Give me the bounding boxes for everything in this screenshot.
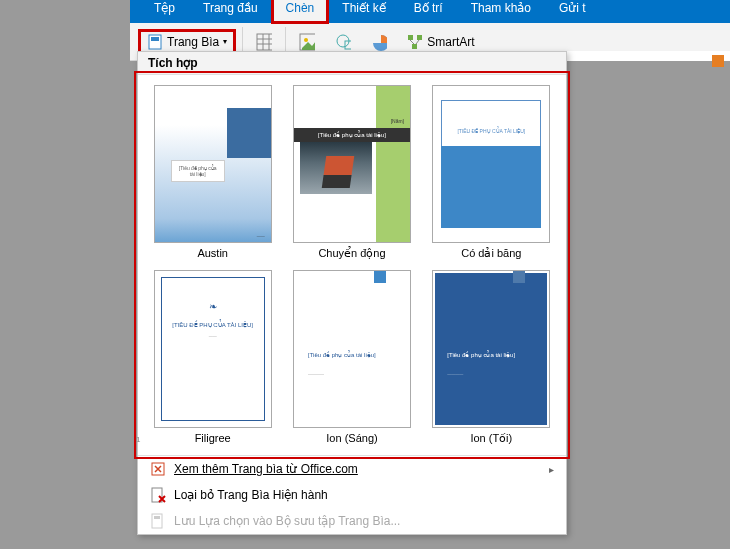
tab-gui-thu[interactable]: Gửi t (545, 0, 600, 23)
remove-cover-label: Loại bỏ Trang Bìa Hiện hành (174, 488, 328, 502)
table-icon (256, 34, 272, 50)
tab-thiet-ke[interactable]: Thiết kế (328, 0, 399, 23)
svg-rect-13 (412, 44, 417, 49)
save-selection-icon (150, 513, 166, 529)
ribbon-tabs: Tệp Trang đầu Chèn Thiết kế Bố trí Tham … (130, 0, 730, 23)
cover-page-label: Trang Bìa (167, 35, 219, 49)
remove-cover[interactable]: Loại bỏ Trang Bìa Hiện hành (138, 482, 566, 508)
tab-tep[interactable]: Tệp (140, 0, 189, 23)
thumbnail: [TIÊU ĐỀ PHỤ CỦA TÀI LIỆU] (432, 85, 550, 243)
chart-button[interactable] (364, 31, 394, 53)
document-area (567, 51, 730, 61)
thumbnail-label: Chuyển động (318, 247, 385, 260)
gallery-item-co-dai-bang[interactable]: [TIÊU ĐỀ PHỤ CỦA TÀI LIỆU] Có dải băng (427, 85, 556, 260)
thumbnail-label: Filigree (195, 432, 231, 444)
smartart-icon (407, 34, 423, 50)
thumbnail-label: Austin (197, 247, 228, 259)
shapes-icon (335, 34, 351, 50)
smartart-button[interactable]: SmartArt (400, 31, 481, 53)
svg-rect-11 (408, 35, 413, 40)
svg-rect-1 (151, 37, 159, 41)
tab-trang-dau[interactable]: Trang đầu (189, 0, 272, 23)
save-selection-label: Lưu Lựa chọn vào Bộ sưu tập Trang Bìa... (174, 514, 400, 528)
gallery-item-ion-toi[interactable]: [Tiêu đề phụ của tài liệu] ―――― Ion (Tối… (427, 270, 556, 445)
picture-icon (299, 34, 315, 50)
svg-point-8 (304, 38, 308, 42)
thumbnail: [Năm] [Tiêu đề phụ của tài liệu] (293, 85, 411, 243)
tab-bo-tri[interactable]: Bố trí (400, 0, 457, 23)
thumbnail-label: Có dải băng (461, 247, 521, 260)
gallery-item-austin[interactable]: [Tiêu đề phụ của tài liệu] ―― Austin (148, 85, 277, 260)
app-window: Tệp Trang đầu Chèn Thiết kế Bố trí Tham … (130, 0, 730, 61)
chart-icon (371, 34, 387, 50)
cover-page-gallery: Tích hợp [Tiêu đề phụ của tài liệu] ―― A… (137, 51, 567, 535)
svg-line-14 (410, 40, 414, 44)
gallery-item-chuyen-dong[interactable]: [Năm] [Tiêu đề phụ của tài liệu] Chuyển … (287, 85, 416, 260)
gallery-header: Tích hợp (138, 52, 566, 75)
cover-page-icon (147, 34, 163, 50)
chevron-right-icon: ▸ (549, 464, 554, 475)
more-covers-label: Xem thêm Trang bìa từ Office.com (174, 462, 358, 476)
pictures-button[interactable] (292, 31, 322, 53)
shapes-button[interactable] (328, 31, 358, 53)
more-covers-office[interactable]: Xem thêm Trang bìa từ Office.com ▸ (138, 456, 566, 482)
gallery-grid: [Tiêu đề phụ của tài liệu] ―― Austin [Nă… (138, 75, 566, 455)
svg-rect-19 (154, 516, 160, 519)
svg-rect-2 (257, 34, 272, 50)
save-selection: Lưu Lựa chọn vào Bộ sưu tập Trang Bìa... (138, 508, 566, 534)
office-icon (150, 461, 166, 477)
gallery-item-filigree[interactable]: ❧ [TIÊU ĐỀ PHỤ CỦA TÀI LIỆU] ―― Filigree (148, 270, 277, 445)
thumbnail: [Tiêu đề phụ của tài liệu] ―――― (293, 270, 411, 428)
svg-line-15 (416, 40, 419, 44)
gallery-item-ion-sang[interactable]: [Tiêu đề phụ của tài liệu] ―――― Ion (Sán… (287, 270, 416, 445)
smartart-label: SmartArt (427, 35, 474, 49)
help-icon[interactable] (712, 55, 724, 67)
remove-cover-icon (150, 487, 166, 503)
tab-tham-khao[interactable]: Tham khảo (457, 0, 545, 23)
vertical-ruler: 1 (136, 435, 140, 444)
thumbnail: [Tiêu đề phụ của tài liệu] ―――― (432, 270, 550, 428)
thumbnail-label: Ion (Tối) (470, 432, 512, 445)
tab-chen[interactable]: Chèn (272, 0, 329, 23)
thumbnail-label: Ion (Sáng) (326, 432, 377, 444)
chevron-down-icon: ▾ (223, 37, 227, 46)
thumbnail: ❧ [TIÊU ĐỀ PHỤ CỦA TÀI LIỆU] ―― (154, 270, 272, 428)
gallery-footer: Xem thêm Trang bìa từ Office.com ▸ Loại … (138, 455, 566, 534)
table-button[interactable] (249, 31, 279, 53)
svg-rect-12 (417, 35, 422, 40)
thumbnail: [Tiêu đề phụ của tài liệu] ―― (154, 85, 272, 243)
